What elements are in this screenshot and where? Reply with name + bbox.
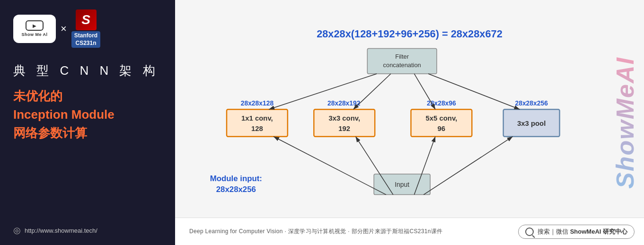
label-96: 28x28x96 [427, 99, 456, 107]
showmeai-icon [26, 20, 44, 31]
watermark: ShowMeAI [606, 0, 644, 245]
conv3-text1: 5x5 conv, [426, 114, 458, 122]
search-label-text: 搜索 [538, 228, 550, 235]
stanford-line1: Stanford [74, 32, 97, 40]
arrow-input-to-pool [423, 137, 512, 195]
watermark-text: ShowMeAI [611, 57, 639, 189]
showmeai-logo-text: Show Me Al [21, 32, 47, 37]
left-module-title: Inception Module [13, 107, 162, 122]
logo-bar: Show Me Al × S Stanford CS231n [13, 9, 162, 48]
cross-symbol: × [61, 23, 67, 35]
search-icon [525, 228, 534, 236]
module-input-line1: Module input: [210, 174, 262, 183]
right-panel: ShowMeAI 28x28x(128+192+96+256) = 28x28x… [175, 0, 644, 245]
label-128: 28x28x128 [241, 99, 274, 107]
conv3-rect [411, 109, 472, 136]
arrow-filter-to-conv3 [414, 74, 435, 109]
conv1-rect [227, 109, 288, 136]
showmeai-logo: Show Me Al [13, 15, 56, 43]
diagram-svg: 28x28x(128+192+96+256) = 28x28x672 Filte… [175, 0, 644, 245]
top-formula-text: 28x28x(128+192+96+256) = 28x28x672 [317, 28, 503, 40]
stanford-text: Stanford CS231n [71, 31, 100, 48]
stanford-line2: CS231n [74, 40, 97, 47]
arrow-input-to-conv3 [414, 137, 435, 195]
arrow-input-to-conv2 [356, 137, 393, 195]
pool-rect [503, 109, 560, 136]
conv3-text2: 96 [438, 125, 446, 132]
conv2-text1: 3x3 conv, [328, 114, 360, 122]
left-url: ◎ http://www.showmeai.tech/ [13, 225, 162, 236]
url-text: http://www.showmeai.tech/ [25, 227, 97, 234]
conv2-text2: 192 [338, 125, 350, 132]
left-subtitle: 未优化的 [13, 88, 162, 105]
conv1-text1: 1x1 conv, [241, 114, 273, 122]
bottom-footer: Deep Learning for Computer Vision · 深度学习… [175, 218, 644, 245]
filter-concat-text1: Filter [395, 53, 409, 60]
conv2-rect [314, 109, 375, 136]
label-256: 28x28x256 [515, 99, 548, 107]
arrow-filter-to-conv2 [353, 74, 391, 109]
footer-left-text: Deep Learning for Computer Vision · 深度学习… [189, 228, 442, 235]
stanford-s-icon: S [76, 9, 97, 30]
left-calc: 网络参数计算 [13, 125, 162, 141]
arrow-filter-to-conv1 [269, 74, 377, 109]
label-192: 28x28x192 [327, 99, 361, 107]
module-input-line2: 28x28x256 [216, 185, 256, 194]
filter-concat-text2: concatenation [383, 61, 421, 69]
search-brand-text: ShowMeAI 研究中心 [570, 228, 627, 235]
url-icon: ◎ [13, 225, 21, 236]
filter-concat-rect [367, 48, 437, 74]
input-rect [374, 174, 430, 195]
stanford-logo: S Stanford CS231n [71, 9, 100, 48]
left-panel: Show Me Al × S Stanford CS231n 典 型 C N N… [0, 0, 175, 245]
arrow-input-to-conv1 [273, 137, 386, 195]
input-text: Input [395, 181, 409, 188]
left-title: 典 型 C N N 架 构 [13, 62, 162, 79]
search-divider-text: ｜微信 [550, 228, 568, 235]
pool-text: 3x3 pool [517, 120, 546, 127]
footer-text: Deep Learning for Computer Vision · 深度学习… [189, 228, 442, 236]
search-text: 搜索｜微信 ShowMeAI 研究中心 [538, 228, 627, 236]
conv1-text2: 128 [251, 125, 263, 132]
arrow-filter-to-pool [428, 74, 520, 109]
search-bar[interactable]: 搜索｜微信 ShowMeAI 研究中心 [518, 225, 635, 239]
